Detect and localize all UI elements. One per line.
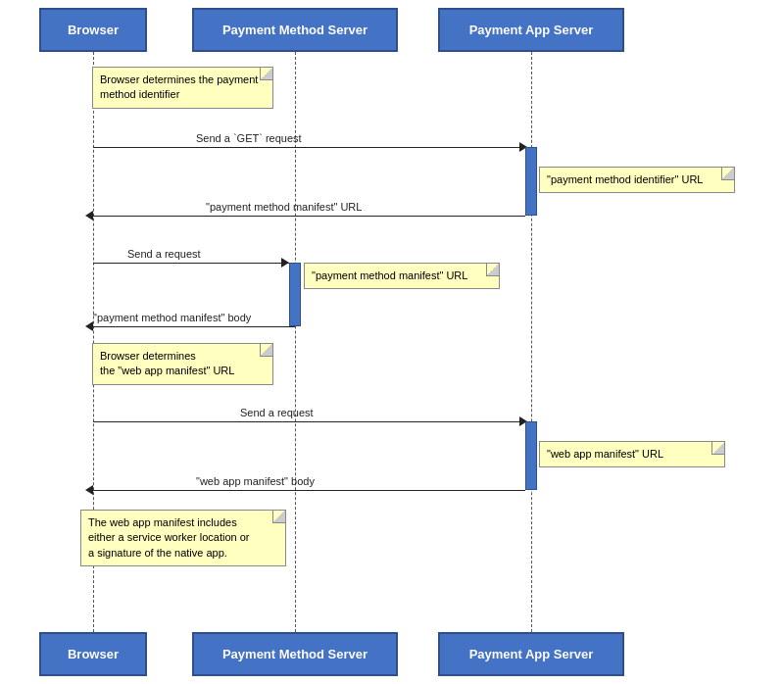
- note-payment-method-manifest-url: "payment method manifest" URL: [304, 263, 500, 289]
- note-web-app-manifest-url: "web app manifest" URL: [539, 441, 725, 467]
- payment-app-lifeline-line: [531, 52, 532, 632]
- note-browser-determines: Browser determines the payment method id…: [92, 67, 273, 109]
- payment-method-manifest-url-arrow: [93, 216, 525, 217]
- browser-lifeline-top: Browser: [39, 8, 147, 52]
- activation-payment-app-2: [525, 421, 537, 490]
- payment-app-lifeline-bottom: Payment App Server: [438, 632, 624, 676]
- send-request-1-arrowhead: [281, 258, 289, 268]
- send-request-2-label: Send a request: [240, 407, 314, 418]
- note-payment-method-id-url: "payment method identifier" URL: [539, 167, 735, 193]
- payment-method-manifest-body-arrow: [93, 326, 295, 327]
- activation-payment-method-1: [289, 263, 301, 326]
- payment-method-lifeline-bottom: Payment Method Server: [192, 632, 398, 676]
- note-web-app-manifest-includes: The web app manifest includeseither a se…: [80, 510, 286, 566]
- send-request-2-arrow: [93, 421, 527, 422]
- send-request-1-arrow: [93, 263, 289, 264]
- browser-lifeline-bottom: Browser: [39, 632, 147, 676]
- payment-method-manifest-body-label: "payment method manifest" body: [93, 312, 251, 323]
- sequence-diagram: Browser Payment Method Server Payment Ap…: [0, 0, 784, 684]
- activation-payment-app-1: [525, 147, 537, 216]
- web-app-manifest-body-arrowhead: [85, 485, 93, 495]
- web-app-manifest-body-label: "web app manifest" body: [196, 475, 315, 487]
- get-request-label: Send a `GET` request: [196, 132, 302, 144]
- get-request-arrow: [93, 147, 527, 148]
- payment-method-manifest-url-arrowhead: [85, 211, 93, 220]
- payment-method-lifeline-top: Payment Method Server: [192, 8, 398, 52]
- send-request-1-label: Send a request: [127, 248, 201, 260]
- payment-app-lifeline-top: Payment App Server: [438, 8, 624, 52]
- payment-method-manifest-url-label: "payment method manifest" URL: [206, 201, 362, 213]
- note-browser-determines-2: Browser determinesthe "web app manifest"…: [92, 343, 273, 385]
- web-app-manifest-body-arrow: [93, 490, 525, 491]
- payment-method-manifest-body-arrowhead: [85, 321, 93, 331]
